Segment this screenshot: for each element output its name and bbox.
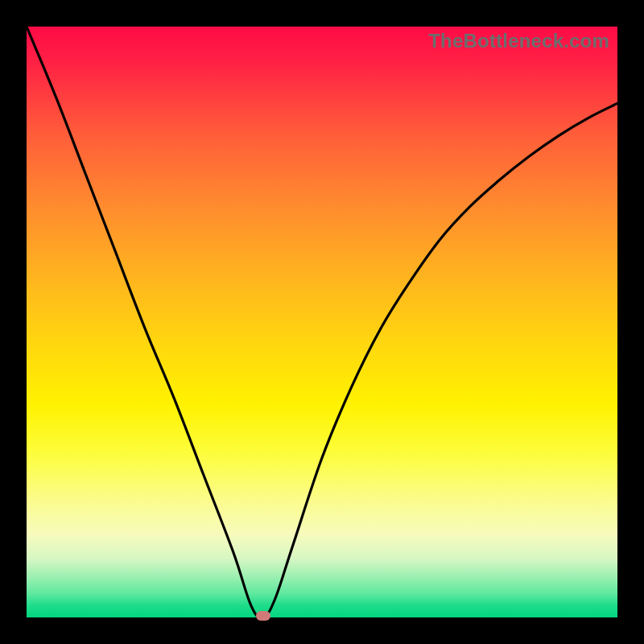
chart-frame: TheBottleneck.com	[0, 0, 644, 644]
minimum-marker	[256, 611, 270, 621]
bottleneck-curve	[27, 27, 617, 617]
plot-area: TheBottleneck.com	[27, 27, 617, 617]
